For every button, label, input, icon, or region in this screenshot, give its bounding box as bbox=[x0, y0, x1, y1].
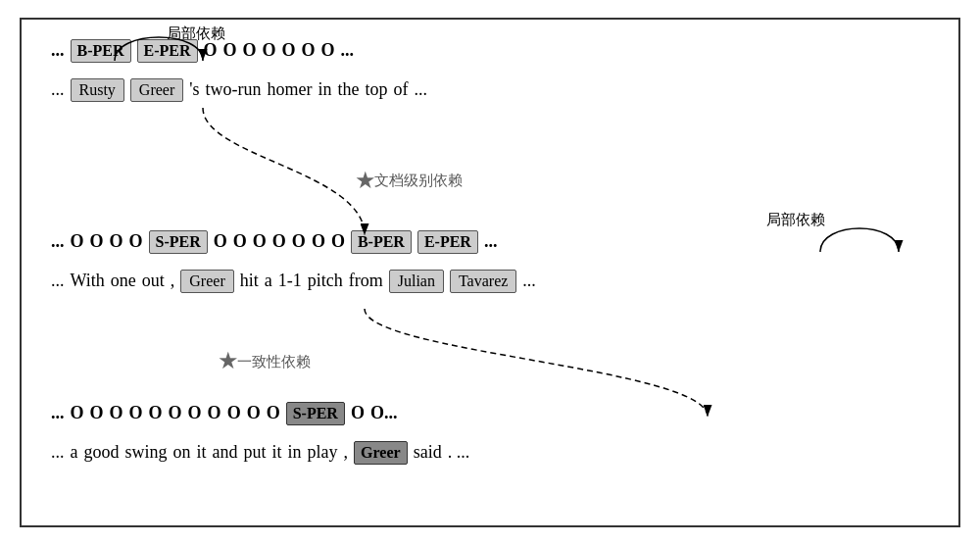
row3-word-and: and bbox=[213, 442, 238, 463]
label-consistency: 一致性依赖 bbox=[237, 353, 311, 371]
row2-tag-o6: O bbox=[233, 231, 247, 252]
row1-tag-o5: O bbox=[282, 40, 296, 61]
row1-tag-o7: O bbox=[321, 40, 335, 61]
star-consistency-icon: ★ bbox=[218, 347, 239, 374]
row1-word-ellipsis: ... bbox=[51, 79, 65, 100]
row3-tag-o5: O bbox=[149, 403, 163, 423]
row3-word-in: in bbox=[288, 442, 302, 463]
row1-word-of: of bbox=[394, 79, 409, 100]
row3-word-said: said bbox=[414, 442, 442, 463]
row1-tag-o1: O bbox=[204, 40, 218, 61]
row3-tag-o10: O bbox=[247, 403, 261, 423]
row1-word-greer: Greer bbox=[130, 78, 183, 102]
row3-word-ellipsis: ... bbox=[51, 442, 65, 463]
row3-tag-sper: S-PER bbox=[286, 402, 345, 425]
label-doc: 文档级别依赖 bbox=[374, 172, 463, 190]
row2-word-pitch2: pitch bbox=[308, 271, 343, 291]
row2-tag-bper: B-PER bbox=[351, 230, 412, 254]
row2-ellipsis-end: ... bbox=[484, 231, 498, 252]
row2-word-greer: Greer bbox=[180, 270, 233, 293]
row2-word-ellipsis2: ... bbox=[522, 271, 536, 291]
row2-word-from: from bbox=[349, 271, 383, 291]
row2-tag-eper: E-PER bbox=[417, 230, 478, 254]
row3-word-greer: Greer bbox=[354, 441, 408, 465]
row2-tag-o7: O bbox=[253, 231, 267, 252]
row2-word-julian: Julian bbox=[389, 270, 444, 293]
row1-tag-o6: O bbox=[302, 40, 316, 61]
row1-tag-o3: O bbox=[243, 40, 257, 61]
row2-tag-o11: O bbox=[331, 231, 345, 252]
row3-tags: ... O O O O O O O O O O O S-PER O O... bbox=[51, 402, 397, 425]
diagram-container: 局部依赖 ... B-PER E-PER O O O O O O O ... .… bbox=[20, 18, 960, 527]
row2-tag-o3: O bbox=[110, 231, 123, 252]
star-doc-icon: ★ bbox=[355, 167, 376, 194]
row3-tag-o3: O bbox=[110, 403, 123, 423]
row2-word-with: With bbox=[71, 271, 105, 291]
row1-tag-bper: B-PER bbox=[71, 39, 131, 63]
row3-word-ellipsis2: . ... bbox=[448, 442, 470, 463]
row3-tag-o7: O bbox=[188, 403, 202, 423]
row2-tag-o10: O bbox=[312, 231, 325, 252]
row3-tag-o11: O bbox=[267, 403, 280, 423]
row1-ellipsis-end: ... bbox=[341, 40, 355, 61]
row2-tag-o5: O bbox=[214, 231, 227, 252]
row1-word-rusty: Rusty bbox=[71, 78, 124, 102]
row1-ellipsis-start: ... bbox=[51, 40, 65, 61]
row1-word-s: 's bbox=[189, 79, 199, 100]
row2-words: ... With one out , Greer hit a 1-1 pitch… bbox=[51, 270, 536, 293]
row3-word-comma: , bbox=[344, 442, 349, 463]
row1-tag-o4: O bbox=[263, 40, 276, 61]
row3-words: ... a good swing on it and put it in pla… bbox=[51, 441, 469, 465]
row2-tag-sper: S-PER bbox=[149, 230, 208, 254]
row1-word-ellipsis2: ... bbox=[415, 79, 428, 100]
row2-ellipsis-start: ... bbox=[51, 231, 65, 252]
row2-word-comma: , bbox=[171, 271, 175, 291]
row3-word-swing: swing bbox=[125, 442, 168, 463]
row2-word-one: one bbox=[111, 271, 136, 291]
label-local2: 局部依赖 bbox=[766, 211, 825, 229]
row3-word-good: good bbox=[84, 442, 120, 463]
row1-word-tworun: two-run bbox=[206, 79, 262, 100]
row3-tag-o6: O bbox=[169, 403, 182, 423]
row3-word-on: on bbox=[173, 442, 191, 463]
row2-tag-o2: O bbox=[90, 231, 104, 252]
row1-tags: ... B-PER E-PER O O O O O O O ... bbox=[51, 39, 354, 63]
row3-word-a: a bbox=[71, 442, 78, 463]
row2-word-out: out bbox=[142, 271, 165, 291]
row1-word-in: in bbox=[318, 79, 332, 100]
row2-tag-o9: O bbox=[292, 231, 306, 252]
row3-tag-o2: O bbox=[90, 403, 104, 423]
row2-tag-o4: O bbox=[129, 231, 143, 252]
row2-word-pitch: 1-1 bbox=[278, 271, 302, 291]
row2-word-a: a bbox=[265, 271, 272, 291]
row3-word-put: put bbox=[244, 442, 267, 463]
row3-tag-o8: O bbox=[208, 403, 221, 423]
row2-word-ellipsis: ... bbox=[51, 271, 65, 291]
row1-word-the: the bbox=[338, 79, 360, 100]
row3-word-play: play bbox=[308, 442, 338, 463]
row3-word-it2: it bbox=[272, 442, 282, 463]
row2-tag-o8: O bbox=[272, 231, 286, 252]
row2-tag-o1: O bbox=[71, 231, 84, 252]
row3-tag-o4: O bbox=[129, 403, 143, 423]
row1-word-top: top bbox=[366, 79, 388, 100]
row3-ellipsis-end: O... bbox=[370, 403, 398, 423]
row3-ellipsis-start: ... bbox=[51, 403, 65, 423]
row3-tag-o12: O bbox=[351, 403, 365, 423]
row2-word-tavarez: Tavarez bbox=[450, 270, 516, 293]
row1-tag-eper: E-PER bbox=[137, 39, 198, 63]
row3-tag-o1: O bbox=[71, 403, 84, 423]
row1-tag-o2: O bbox=[223, 40, 237, 61]
row2-word-hit: hit bbox=[240, 271, 259, 291]
row3-tag-o9: O bbox=[227, 403, 241, 423]
row2-tags: ... O O O O S-PER O O O O O O O B-PER E-… bbox=[51, 230, 497, 254]
row1-words: ... Rusty Greer 's two-run homer in the … bbox=[51, 78, 427, 102]
row3-word-it: it bbox=[197, 442, 207, 463]
row1-word-homer: homer bbox=[268, 79, 313, 100]
